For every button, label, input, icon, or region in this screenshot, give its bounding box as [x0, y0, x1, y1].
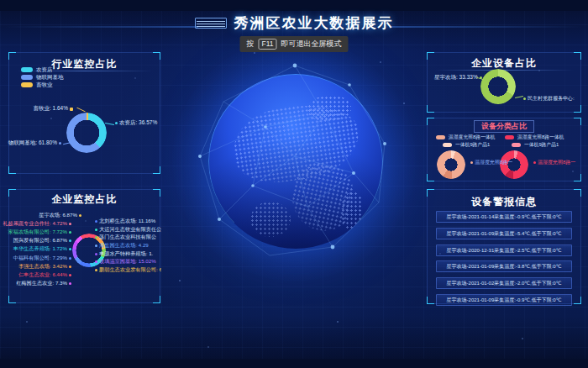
legend-swatch [443, 143, 452, 147]
industry-donut-ring[interactable] [66, 113, 107, 153]
chart-callout: 红梅园生态农业: 7.3% [9, 280, 71, 288]
chart-callout: 大运河生态牧业有限责任公 [95, 226, 161, 234]
callout-dot [69, 274, 71, 276]
legend-item[interactable]: 温湿度光照8路一体机 [436, 134, 495, 141]
chart-callout: 玻璃温室园基地: 15.02% [95, 258, 161, 266]
chart-callout: 温湿度光照8路一 [533, 159, 575, 166]
chart-callout: 农资店: 36.57% [115, 119, 157, 127]
legend-item[interactable]: 一体机9路产品1 [436, 142, 495, 149]
legend-swatch [436, 135, 445, 139]
callout-dot [470, 161, 473, 164]
legend-swatch [21, 82, 33, 87]
top-strip [0, 0, 588, 11]
callout-dot [523, 97, 526, 100]
callout-dot [69, 265, 71, 268]
chart-callout: 物联网基地: 61.80% [13, 139, 61, 147]
callout-dot [79, 214, 81, 217]
industry-legend: 农资店 物联网基地 畜牧业 [21, 66, 64, 89]
chart-callout: 荡门生态农业科技有限公 [95, 234, 161, 242]
legend-label: 畜牧业 [36, 81, 53, 89]
chart-callout: 丰华生态养殖场: 1.72% [9, 245, 71, 254]
bottom-strip [0, 359, 588, 368]
alarm-row: 星宇农场-2021-01-02采集温度:-2.0℃,低于下限:0℃ [436, 277, 572, 289]
callout-dot [95, 220, 97, 223]
enterprise-labels-left: 星宇农场: 6.87% 礼超果蔬专业合作社: 4.72% 家福农场有限公司: 7… [9, 211, 71, 288]
callout-dot [69, 248, 71, 250]
chart-callout: 家福农场有限公司: 7.72% [9, 228, 71, 236]
legend-swatch [21, 75, 33, 80]
enterprise-labels-right: 北刘桥生态农场: 11.16% 大运河生态牧业有限责任公 荡门生态农业科技有限公… [95, 218, 161, 274]
callout-dot [533, 161, 536, 164]
chart-callout: 星宇农场: 33.33% [434, 74, 482, 81]
page-title: 秀洲区农业大数据展示 [234, 13, 394, 33]
legend-swatch [21, 67, 33, 72]
legend-item[interactable]: 农资店 [21, 66, 64, 73]
chart-callout: 仁丰生态农业: 6.44% [9, 271, 71, 279]
alarm-row: 星宇农场-2021-01-14采集温度:-0.9℃,低于下限:0℃ [436, 211, 572, 223]
callout-dot [69, 223, 71, 225]
callout-dot [95, 244, 97, 247]
callout-dot [70, 108, 73, 111]
panel-title: 企业设备占比 [428, 56, 580, 71]
callout-dot [95, 253, 97, 255]
panel-title: 企业监控占比 [9, 192, 160, 207]
legend-label: 一体机9路产品1 [524, 141, 559, 149]
alarm-row: 星宇农场-2021-01-09采集温度:-3.8℃,低于下限:0℃ [436, 260, 572, 272]
legend-item[interactable]: 温湿度光照8路一体机 [505, 134, 564, 141]
callout-dot [95, 269, 97, 271]
callout-dot [69, 231, 71, 234]
chart-callout: 丰源水产特种养殖场: 1. [95, 250, 161, 258]
device-ratio-donut-ring[interactable] [480, 69, 516, 104]
legend-swatch [505, 135, 514, 139]
callout-dot [95, 260, 97, 263]
panel-enterprise-device: 企业设备占比 星宇农场: 33.33% 民主村党群服务中心: [427, 52, 581, 113]
chart-callout: 民主村党群服务中心: [523, 95, 575, 103]
fullscreen-tip-prefix: 按 [246, 39, 254, 50]
chart-callout: 北刘桥生态农场: 11.16% [95, 218, 161, 226]
brand-logo-icon [195, 18, 227, 29]
category-donut-left[interactable] [437, 150, 465, 179]
legend-item[interactable]: 物联网基地 [21, 74, 64, 81]
chart-callout: 礼超果蔬专业合作社: 4.72% [9, 219, 71, 228]
callout-dot [59, 142, 61, 145]
legend-label: 农资店 [36, 66, 53, 74]
panel-device-category: 设备分类占比 温湿度光照8路一体机 一体机9路产品1 温湿度光照8路一体机 一体… [427, 118, 581, 181]
chart-callout: 中福科有限公司: 7.29% [9, 254, 71, 262]
chart-callout: 星宇农场: 6.87% [19, 211, 81, 219]
header: 秀洲区农业大数据展示 [0, 13, 588, 33]
panel-enterprise-monitor: 企业监控占比 星宇农场: 6.87% 礼超果蔬专业合作社: 4.72% 家福农场… [8, 189, 160, 303]
chart-callout: 温湿度光照8路一 [470, 159, 512, 166]
legend-label: 一体机9路产品1 [455, 141, 490, 149]
chart-callout: 海盐园生态农场: 4.29 [95, 242, 161, 250]
alarm-row: 星宇农场-2021-01-09采集温度:-5.4℃,低于下限:0℃ [436, 228, 572, 239]
network-mesh [190, 55, 402, 267]
callout-dot [69, 282, 71, 285]
chart-callout: 鹏朝生态农业发有限公司: 6.87 [95, 266, 161, 275]
alarm-row: 星宇农场-2020-12-31采集温度:-2.5℃,低于下限:0℃ [436, 244, 572, 256]
panel-device-alarm: 设备警报信息 星宇农场-2021-01-14采集温度:-0.9℃,低于下限:0℃… [427, 189, 581, 304]
callout-dot [95, 236, 97, 239]
leader-line [515, 96, 523, 98]
category-legend-left: 温湿度光照8路一体机 一体机9路产品1 [436, 134, 495, 149]
fullscreen-tip-suffix: 即可退出全屏模式 [281, 39, 342, 50]
legend-label: 物联网基地 [36, 74, 64, 81]
category-legend-right: 温湿度光照8路一体机 一体机9路产品1 [505, 134, 564, 149]
panel-title: 设备分类占比 [474, 120, 534, 133]
fullscreen-tip: 按 F11 即可退出全屏模式 [239, 36, 348, 52]
alarm-row: 星宇农场-2021-01-09采集温度:-0.9℃,低于下限:0℃ [436, 294, 572, 306]
legend-item[interactable]: 一体机9路产品1 [505, 142, 564, 149]
legend-swatch [512, 143, 521, 147]
chart-callout: 李强生态农场: 3.42% [9, 262, 71, 271]
leader-line [105, 123, 114, 125]
f11-key-badge: F11 [258, 39, 276, 50]
alarm-list: 星宇农场-2021-01-14采集温度:-0.9℃,低于下限:0℃ 星宇农场-2… [436, 211, 572, 311]
panel-title: 设备警报信息 [428, 195, 580, 209]
chart-callout: 国兴发有限公司: 6.87% [9, 237, 71, 245]
callout-dot [95, 229, 97, 231]
legend-item[interactable]: 畜牧业 [21, 81, 64, 88]
leader-line [76, 108, 85, 113]
callout-dot [115, 122, 118, 124]
chart-callout: 畜牧业: 1.64% [24, 105, 73, 113]
panel-industry-monitor: 行业监控占比 农资店 物联网基地 畜牧业 畜牧业: 1.64% 农资店: 36.… [8, 52, 160, 174]
callout-dot [69, 239, 71, 242]
